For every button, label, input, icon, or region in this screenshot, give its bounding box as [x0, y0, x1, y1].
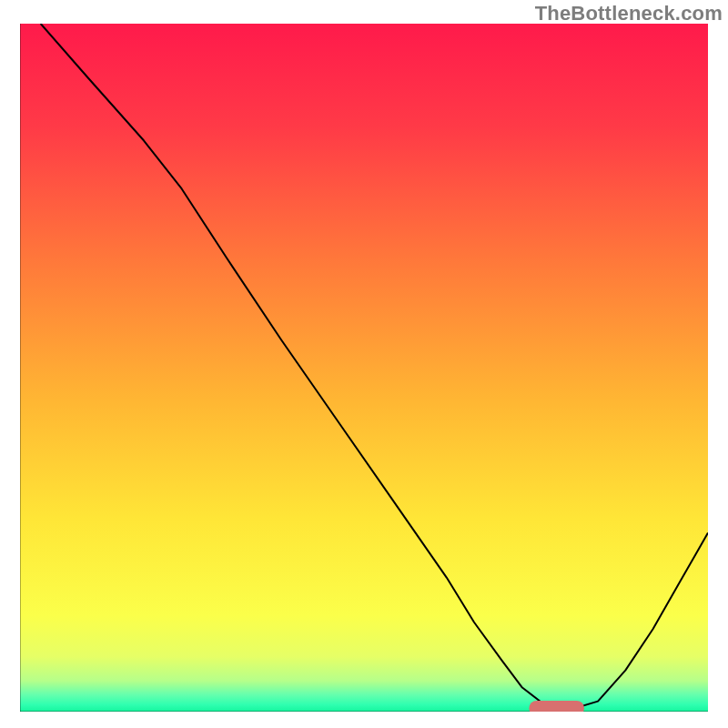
bottleneck-chart — [20, 24, 708, 712]
chart-background — [20, 24, 708, 712]
site-watermark: TheBottleneck.com — [535, 2, 723, 25]
page-root: TheBottleneck.com — [0, 0, 728, 728]
optimal-range-marker — [529, 701, 583, 712]
chart-svg — [20, 24, 708, 712]
